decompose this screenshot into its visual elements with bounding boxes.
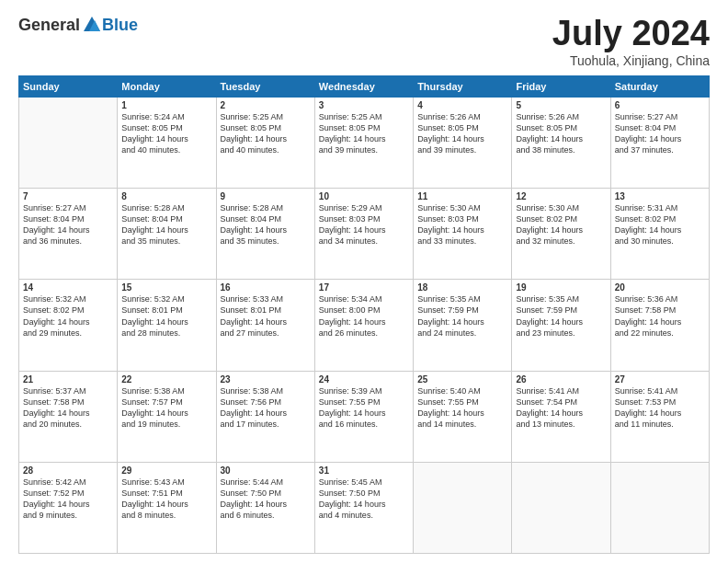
day-number: 4 [417,100,507,110]
table-cell [610,462,709,553]
day-number: 14 [23,282,113,293]
week-row-5: 28Sunrise: 5:42 AM Sunset: 7:52 PM Dayli… [19,462,710,553]
table-cell: 31Sunrise: 5:45 AM Sunset: 7:50 PM Dayli… [314,462,413,553]
cell-content: Sunrise: 5:30 AM Sunset: 8:02 PM Dayligh… [516,202,606,247]
day-number: 19 [516,282,606,293]
logo-blue: Blue [102,16,138,35]
day-number: 16 [221,282,311,293]
cell-content: Sunrise: 5:41 AM Sunset: 7:54 PM Dayligh… [516,385,606,431]
table-cell: 24Sunrise: 5:39 AM Sunset: 7:55 PM Dayli… [314,371,413,462]
cell-content: Sunrise: 5:37 AM Sunset: 7:58 PM Dayligh… [23,385,113,431]
table-cell: 12Sunrise: 5:30 AM Sunset: 8:02 PM Dayli… [512,189,610,280]
header-thursday: Thursday [414,75,512,97]
calendar-table: Sunday Monday Tuesday Wednesday Thursday… [18,75,710,554]
table-cell: 16Sunrise: 5:33 AM Sunset: 8:01 PM Dayli… [216,280,314,371]
table-cell: 8Sunrise: 5:28 AM Sunset: 8:04 PM Daylig… [118,189,216,280]
table-cell: 21Sunrise: 5:37 AM Sunset: 7:58 PM Dayli… [19,371,118,462]
header-sunday: Sunday [19,75,118,97]
table-cell: 9Sunrise: 5:28 AM Sunset: 8:04 PM Daylig… [216,189,314,280]
day-number: 27 [615,374,705,385]
day-number: 18 [417,282,507,293]
table-cell: 3Sunrise: 5:25 AM Sunset: 8:05 PM Daylig… [314,97,413,188]
logo-icon [82,15,102,35]
table-cell: 17Sunrise: 5:34 AM Sunset: 8:00 PM Dayli… [314,280,413,371]
table-cell: 25Sunrise: 5:40 AM Sunset: 7:55 PM Dayli… [414,371,512,462]
cell-content: Sunrise: 5:26 AM Sunset: 8:05 PM Dayligh… [516,111,606,156]
day-number: 15 [121,282,211,293]
table-cell [19,97,118,188]
cell-content: Sunrise: 5:27 AM Sunset: 8:04 PM Dayligh… [23,202,113,247]
cell-content: Sunrise: 5:42 AM Sunset: 7:52 PM Dayligh… [23,477,113,522]
table-cell: 29Sunrise: 5:43 AM Sunset: 7:51 PM Dayli… [118,462,216,553]
table-cell: 11Sunrise: 5:30 AM Sunset: 8:03 PM Dayli… [414,189,512,280]
cell-content: Sunrise: 5:29 AM Sunset: 8:03 PM Dayligh… [319,202,409,247]
table-cell: 18Sunrise: 5:35 AM Sunset: 7:59 PM Dayli… [414,280,512,371]
cell-content: Sunrise: 5:35 AM Sunset: 7:59 PM Dayligh… [417,293,507,339]
table-cell: 14Sunrise: 5:32 AM Sunset: 8:02 PM Dayli… [19,280,118,371]
cell-content: Sunrise: 5:36 AM Sunset: 7:58 PM Dayligh… [615,293,705,339]
logo-area: General Blue [18,15,138,35]
logo-general: General [18,16,80,35]
day-number: 7 [23,191,113,201]
table-cell: 4Sunrise: 5:26 AM Sunset: 8:05 PM Daylig… [414,97,512,188]
cell-content: Sunrise: 5:43 AM Sunset: 7:51 PM Dayligh… [121,477,211,522]
day-number: 12 [516,191,606,201]
day-number: 20 [615,282,705,293]
table-cell: 2Sunrise: 5:25 AM Sunset: 8:05 PM Daylig… [216,97,314,188]
cell-content: Sunrise: 5:40 AM Sunset: 7:55 PM Dayligh… [417,385,507,431]
day-number: 2 [221,100,311,110]
day-number: 8 [121,191,211,201]
table-cell: 13Sunrise: 5:31 AM Sunset: 8:02 PM Dayli… [610,189,709,280]
table-cell: 10Sunrise: 5:29 AM Sunset: 8:03 PM Dayli… [314,189,413,280]
cell-content: Sunrise: 5:38 AM Sunset: 7:57 PM Dayligh… [121,385,211,431]
week-row-3: 14Sunrise: 5:32 AM Sunset: 8:02 PM Dayli… [19,280,710,371]
cell-content: Sunrise: 5:35 AM Sunset: 7:59 PM Dayligh… [516,293,606,339]
cell-content: Sunrise: 5:24 AM Sunset: 8:05 PM Dayligh… [121,111,211,156]
table-cell: 28Sunrise: 5:42 AM Sunset: 7:52 PM Dayli… [19,462,118,553]
table-cell: 30Sunrise: 5:44 AM Sunset: 7:50 PM Dayli… [216,462,314,553]
table-cell: 23Sunrise: 5:38 AM Sunset: 7:56 PM Dayli… [216,371,314,462]
cell-content: Sunrise: 5:32 AM Sunset: 8:02 PM Dayligh… [23,293,113,339]
table-cell: 27Sunrise: 5:41 AM Sunset: 7:53 PM Dayli… [610,371,709,462]
day-number: 25 [417,374,507,385]
day-number: 23 [221,374,311,385]
title-area: July 2024 Tuohula, Xinjiang, China [552,15,710,68]
week-row-4: 21Sunrise: 5:37 AM Sunset: 7:58 PM Dayli… [19,371,710,462]
day-number: 10 [319,191,409,201]
logo: General Blue [18,15,138,35]
location-subtitle: Tuohula, Xinjiang, China [552,53,710,68]
day-number: 30 [221,465,311,476]
header: General Blue July 2024 Tuohula, Xinjiang… [18,15,710,68]
cell-content: Sunrise: 5:33 AM Sunset: 8:01 PM Dayligh… [221,293,311,339]
table-cell: 19Sunrise: 5:35 AM Sunset: 7:59 PM Dayli… [512,280,610,371]
day-number: 3 [319,100,409,110]
day-number: 26 [516,374,606,385]
page: General Blue July 2024 Tuohula, Xinjiang… [0,0,728,563]
month-title: July 2024 [552,15,710,53]
table-cell: 26Sunrise: 5:41 AM Sunset: 7:54 PM Dayli… [512,371,610,462]
cell-content: Sunrise: 5:26 AM Sunset: 8:05 PM Dayligh… [417,111,507,156]
header-tuesday: Tuesday [216,75,314,97]
cell-content: Sunrise: 5:28 AM Sunset: 8:04 PM Dayligh… [121,202,211,247]
header-wednesday: Wednesday [314,75,413,97]
table-cell: 1Sunrise: 5:24 AM Sunset: 8:05 PM Daylig… [118,97,216,188]
cell-content: Sunrise: 5:34 AM Sunset: 8:00 PM Dayligh… [319,293,409,339]
day-number: 13 [615,191,705,201]
cell-content: Sunrise: 5:25 AM Sunset: 8:05 PM Dayligh… [319,111,409,156]
day-number: 22 [121,374,211,385]
day-number: 28 [23,465,113,476]
header-monday: Monday [118,75,216,97]
cell-content: Sunrise: 5:45 AM Sunset: 7:50 PM Dayligh… [319,477,409,522]
table-cell: 5Sunrise: 5:26 AM Sunset: 8:05 PM Daylig… [512,97,610,188]
day-number: 24 [319,374,409,385]
cell-content: Sunrise: 5:44 AM Sunset: 7:50 PM Dayligh… [221,477,311,522]
table-cell: 15Sunrise: 5:32 AM Sunset: 8:01 PM Dayli… [118,280,216,371]
cell-content: Sunrise: 5:25 AM Sunset: 8:05 PM Dayligh… [221,111,311,156]
day-number: 17 [319,282,409,293]
cell-content: Sunrise: 5:32 AM Sunset: 8:01 PM Dayligh… [121,293,211,339]
cell-content: Sunrise: 5:31 AM Sunset: 8:02 PM Dayligh… [615,202,705,247]
day-number: 21 [23,374,113,385]
weekday-header-row: Sunday Monday Tuesday Wednesday Thursday… [19,75,710,97]
table-cell [512,462,610,553]
week-row-2: 7Sunrise: 5:27 AM Sunset: 8:04 PM Daylig… [19,189,710,280]
